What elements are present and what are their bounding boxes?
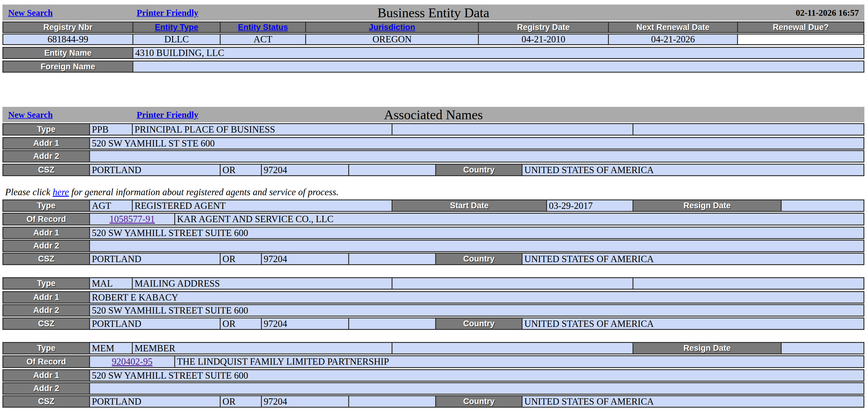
new-search-link-2[interactable]: New Search — [8, 109, 53, 119]
type-code: PPB — [89, 124, 132, 135]
state-value: OR — [220, 318, 261, 329]
mal-type-row: Type MAL MAILING ADDRESS — [2, 277, 864, 289]
mal-addr1-row: Addr 1 ROBERT E KABACY — [2, 291, 864, 304]
state-value: OR — [220, 165, 261, 175]
start-date-value: 03-29-2017 — [546, 200, 632, 211]
business-registry-page: New Search Printer Friendly Business Ent… — [0, 0, 868, 408]
empty-cell — [632, 278, 864, 289]
agt-csz-row: CSZ PORTLAND OR 97204 Country UNITED STA… — [2, 253, 864, 265]
addr1-label: Addr 1 — [3, 228, 89, 238]
resign-date-value — [781, 200, 864, 211]
mal-addr2-row: Addr 2 520 SW YAMHILL STREET SUITE 600 — [2, 304, 864, 316]
entity-data-row: 681844-99 DLLC ACT OREGON 04-21-2010 04-… — [2, 34, 864, 45]
entity-title-bar: New Search Printer Friendly Business Ent… — [2, 4, 864, 21]
addr2-label: Addr 2 — [3, 305, 89, 316]
entity-name-label: Entity Name — [3, 48, 132, 58]
ppb-csz-row: CSZ PORTLAND OR 97204 Country UNITED STA… — [2, 164, 864, 176]
registry-nbr-header: Registry Nbr — [3, 23, 132, 32]
of-record-name: THE LINDQUIST FAMILY LIMITED PARTNERSHIP — [174, 356, 864, 367]
empty-cell — [392, 343, 632, 353]
type-label: Type — [3, 278, 89, 289]
of-record-id-link[interactable]: 920402-95 — [112, 356, 152, 367]
csz-label: CSZ — [3, 165, 89, 175]
empty-cell — [348, 165, 435, 175]
entity-name-value: 4310 BUILDING, LLC — [132, 48, 864, 58]
resign-date-label: Resign Date — [632, 200, 781, 211]
entity-type-header: Entity Type — [132, 23, 220, 32]
addr1-value: 520 SW YAMHILL ST STE 600 — [89, 138, 864, 148]
of-record-id-cell: 920402-95 — [89, 356, 174, 367]
state-value: OR — [220, 396, 261, 407]
entity-status-value: ACT — [220, 34, 305, 44]
mem-addr2-row: Addr 2 — [2, 382, 864, 395]
addr1-label: Addr 1 — [3, 370, 89, 381]
start-date-label: Start Date — [392, 200, 546, 211]
addr2-label: Addr 2 — [3, 383, 89, 394]
mem-addr1-row: Addr 1 520 SW YAMHILL STREET SUITE 600 — [2, 369, 864, 382]
addr1-label: Addr 1 — [3, 292, 89, 303]
type-label: Type — [3, 200, 89, 211]
empty-cell — [348, 318, 435, 329]
registered-agent-note: Please click here for general informatio… — [2, 186, 864, 198]
type-desc: MAILING ADDRESS — [132, 278, 392, 289]
addr2-value — [89, 383, 864, 394]
type-code: MAL — [89, 278, 132, 289]
city-value: PORTLAND — [89, 318, 220, 329]
registry-date-value: 04-21-2010 — [478, 34, 608, 44]
country-value: UNITED STATES OF AMERICA — [522, 396, 864, 407]
of-record-label: Of Record — [3, 356, 89, 367]
type-desc: PRINCIPAL PLACE OF BUSINESS — [132, 124, 392, 135]
addr2-value: 520 SW YAMHILL STREET SUITE 600 — [89, 305, 864, 316]
foreign-name-row: Foreign Name — [2, 61, 864, 73]
resign-date-label: Resign Date — [632, 343, 781, 353]
jurisdiction-header: Jurisdiction — [305, 23, 478, 32]
of-record-id-cell: 1058577-91 — [89, 214, 174, 225]
entity-type-sort-link[interactable]: Entity Type — [155, 23, 198, 32]
new-search-link[interactable]: New Search — [8, 7, 53, 18]
renewal-due-value — [737, 34, 864, 44]
type-label: Type — [3, 124, 89, 135]
zip-value: 97204 — [261, 396, 348, 407]
mal-csz-row: CSZ PORTLAND OR 97204 Country UNITED STA… — [2, 317, 864, 330]
associated-section-title: Associated Names — [384, 107, 483, 122]
mem-type-row: Type MEM MEMBER Resign Date — [2, 342, 864, 354]
foreign-name-label: Foreign Name — [3, 62, 132, 72]
printer-friendly-link-2[interactable]: Printer Friendly — [137, 109, 198, 119]
note-suffix: for general information about registered… — [69, 187, 339, 198]
csz-label: CSZ — [3, 318, 89, 329]
agent-info-here-link[interactable]: here — [53, 187, 69, 198]
agt-addr1-row: Addr 1 520 SW YAMHILL STREET SUITE 600 — [2, 227, 864, 239]
entity-status-header: Entity Status — [220, 23, 305, 32]
next-renewal-date-value: 04-21-2026 — [608, 34, 737, 44]
associated-names-title-bar: New Search Printer Friendly Associated N… — [2, 107, 864, 122]
addr2-label: Addr 2 — [3, 151, 89, 162]
of-record-name: KAR AGENT AND SERVICE CO., LLC — [174, 214, 864, 225]
agt-of-record-row: Of Record 1058577-91 KAR AGENT AND SERVI… — [2, 213, 864, 226]
addr1-value: 520 SW YAMHILL STREET SUITE 600 — [89, 228, 864, 238]
csz-label: CSZ — [3, 396, 89, 407]
addr2-label: Addr 2 — [3, 241, 89, 251]
type-code: AGT — [89, 200, 132, 211]
printer-friendly-link[interactable]: Printer Friendly — [137, 7, 198, 18]
empty-cell — [392, 124, 632, 135]
country-label: Country — [435, 253, 522, 264]
entity-name-row: Entity Name 4310 BUILDING, LLC — [2, 47, 864, 59]
zip-value: 97204 — [261, 165, 348, 175]
country-label: Country — [435, 165, 522, 175]
of-record-id-link[interactable]: 1058577-91 — [110, 214, 155, 225]
agt-addr2-row: Addr 2 — [2, 240, 864, 252]
agt-type-row: Type AGT REGISTERED AGENT Start Date 03-… — [2, 200, 864, 212]
mem-of-record-row: Of Record 920402-95 THE LINDQUIST FAMILY… — [2, 355, 864, 368]
of-record-label: Of Record — [3, 214, 89, 225]
jurisdiction-value: OREGON — [305, 34, 478, 44]
zip-value: 97204 — [261, 318, 348, 329]
country-label: Country — [435, 318, 522, 329]
jurisdiction-sort-link[interactable]: Jurisdiction — [369, 23, 415, 32]
city-value: PORTLAND — [89, 253, 220, 264]
mem-csz-row: CSZ PORTLAND OR 97204 Country UNITED STA… — [2, 395, 864, 408]
entity-type-value: DLLC — [132, 34, 220, 44]
addr1-label: Addr 1 — [3, 138, 89, 148]
entity-status-sort-link[interactable]: Entity Status — [238, 23, 288, 32]
country-value: UNITED STATES OF AMERICA — [522, 253, 864, 264]
addr1-value: 520 SW YAMHILL STREET SUITE 600 — [89, 370, 864, 381]
